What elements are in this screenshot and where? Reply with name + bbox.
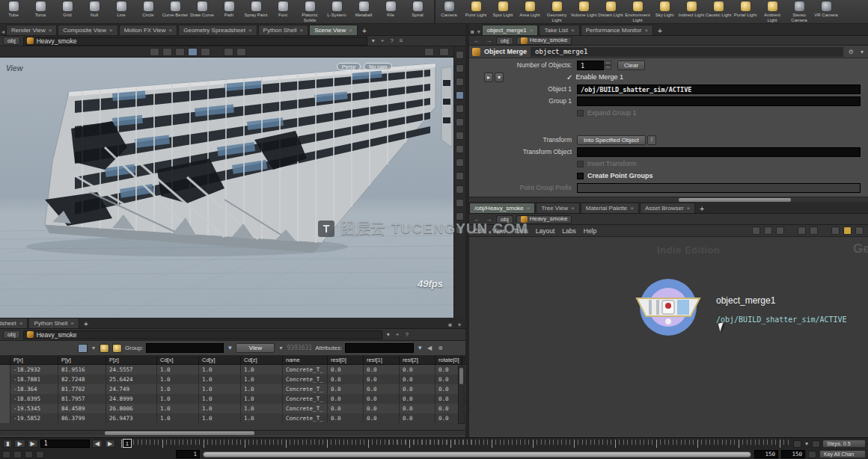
snap-frame-icon[interactable] [36,451,44,458]
persp-view-pill[interactable]: Persp [337,63,361,70]
shelf-tool[interactable]: Torus [27,0,54,23]
select-tool-icon[interactable] [150,48,159,56]
shelf-tool[interactable]: Volume Light [570,0,597,23]
thumbnail-medium-icon[interactable] [843,227,852,235]
shelf-tool[interactable]: Draw Curve [189,0,216,23]
pane-menu-icon[interactable]: ≡ [398,37,405,44]
key-all-button[interactable]: Key All Chan [819,450,866,458]
table-row[interactable]: -18.0395 81.7957 24.8999 1.0 1.0 1.0 Con… [0,394,465,404]
table-row[interactable]: -19.5345 84.4589 26.8006 1.0 1.0 1.0 Con… [0,404,465,413]
handles-tool-icon[interactable] [188,48,198,56]
checkbox-checked-icon[interactable]: ✓ [566,73,572,81]
object1-field[interactable]: /obj/BUILD_shatter_sim/ACTIVE [577,84,861,94]
new-tab-icon[interactable]: + [80,320,92,328]
camera-tool-icon[interactable] [236,48,246,56]
dropdown-spinner-icon[interactable]: ↕ [647,135,656,145]
global-end-field[interactable]: 150 [781,450,805,458]
tab-take-list[interactable]: Take List× [539,25,579,35]
dropdown-icon[interactable]: ▾ [278,345,284,351]
attributes-filter-icon[interactable]: ▼ [417,345,423,351]
snapshot-icon[interactable] [456,172,464,180]
pin-icon[interactable]: + [379,37,386,44]
shelf-tool[interactable]: Grid [54,0,81,23]
shelf-tool[interactable]: Path [216,0,242,23]
shelf-tool[interactable]: Spiral [404,0,431,23]
visualizer-icon[interactable] [456,185,464,194]
clear-button[interactable]: Clear [617,61,645,70]
pane-help-icon[interactable] [439,48,449,56]
close-icon[interactable]: × [49,27,52,34]
table-row[interactable]: -18.364 81.7702 24.749 1.0 1.0 1.0 Concr… [0,384,465,394]
close-icon[interactable]: × [70,320,74,327]
close-icon[interactable]: × [530,27,534,34]
menu-labs[interactable]: Labs [562,227,575,235]
column-header[interactable]: rest[0] [328,356,364,364]
display-options-icon[interactable] [456,78,464,86]
expand-pane-icon[interactable] [424,48,434,56]
table-row[interactable]: -18.7881 82.7248 25.6424 1.0 1.0 1.0 Con… [0,375,465,384]
group-filter-icon[interactable]: ▼ [227,345,233,351]
pose-tool-icon[interactable] [201,48,210,56]
view-mode-icon[interactable] [456,51,464,59]
shelf-tool[interactable]: Curve Bezier [162,0,189,23]
grid-toggle-icon[interactable] [456,145,464,153]
tab-geometry-spreadsheet[interactable]: Geometry Spreadsheet× [178,25,257,35]
group-list-icon[interactable] [456,158,464,167]
new-tab-icon[interactable]: + [654,27,666,35]
group-field[interactable] [146,343,224,353]
combo-arrow-icon[interactable]: ▾ [370,37,376,44]
table-row[interactable]: -18.2932 81.9516 24.5557 1.0 1.0 1.0 Con… [0,365,465,375]
realtime-toggle-icon[interactable] [793,440,801,448]
go-start-icon[interactable]: ▮ [3,440,12,448]
shelf-tool[interactable]: Sky Light [651,0,678,23]
steps-button[interactable]: Steps, 0.5 [822,440,866,448]
range-options-icon[interactable] [2,451,10,458]
path-root-chip[interactable]: obj [3,330,20,339]
thumbnail-small-icon[interactable] [831,227,840,235]
column-header[interactable]: Cd[x] [157,356,199,364]
range-slider[interactable] [203,452,751,458]
shelf-tool[interactable]: Ambient Light [759,0,786,23]
number-of-objects-field[interactable]: 1 [577,61,604,70]
invert-transform-checkbox[interactable] [577,161,584,167]
menu-help[interactable]: Help [584,227,596,235]
tab-composite-view[interactable]: Composite View× [58,25,117,35]
column-header[interactable]: name [283,356,328,364]
translate-tool-icon[interactable] [162,48,172,56]
gear-icon[interactable]: ⚙ [847,49,855,55]
column-header[interactable]: rest[1] [364,356,400,364]
shelf-tool[interactable]: Line [108,0,135,23]
close-icon[interactable]: × [644,27,648,34]
transform-dropdown[interactable]: Into Specified Object [577,135,646,145]
close-icon[interactable]: × [248,27,252,34]
pane-menu-arrow-icon[interactable]: ▾ [476,28,482,35]
column-header[interactable]: rest[2] [400,356,435,364]
close-icon[interactable]: × [687,205,691,212]
step-forward-icon[interactable]: ▶ [105,440,115,448]
pointer-icon[interactable]: ◀ [426,345,433,351]
current-frame-field[interactable]: 1 [40,440,90,448]
path-root-chip[interactable]: obj [496,37,513,45]
close-icon[interactable]: × [300,27,304,34]
close-icon[interactable]: × [571,27,575,34]
shelf-tool[interactable]: Distant Light [597,0,624,23]
frame-selected-icon[interactable] [810,227,818,235]
close-icon[interactable]: × [19,320,23,327]
help-icon[interactable]: ? [388,37,394,44]
tab-network-heavy-smoke[interactable]: /obj/Heavy_smoke× [469,203,535,213]
shelf-tool[interactable]: Spot Light [489,0,516,23]
tab-object-merge1[interactable]: object_merge1× [482,25,539,35]
shading-mode-icon[interactable] [456,91,464,99]
column-header[interactable]: P[z] [106,356,157,364]
group1-field[interactable] [577,96,861,106]
column-header[interactable]: Cd[y] [199,356,241,364]
tab-performance-monitor[interactable]: Performance Monitor× [581,25,653,35]
class-dropdown[interactable]: View [236,343,275,353]
tab-python-shell[interactable]: Python Shell× [258,25,309,35]
attributes-field[interactable] [345,343,414,353]
pane-split-icon[interactable]: ■ [469,28,476,35]
stop-icon[interactable] [776,227,784,235]
node-name-field[interactable]: object_merge1 [531,47,843,57]
multiparm-remove-icon[interactable]: ▾ [495,73,504,82]
rotate-tool-icon[interactable] [175,48,185,56]
